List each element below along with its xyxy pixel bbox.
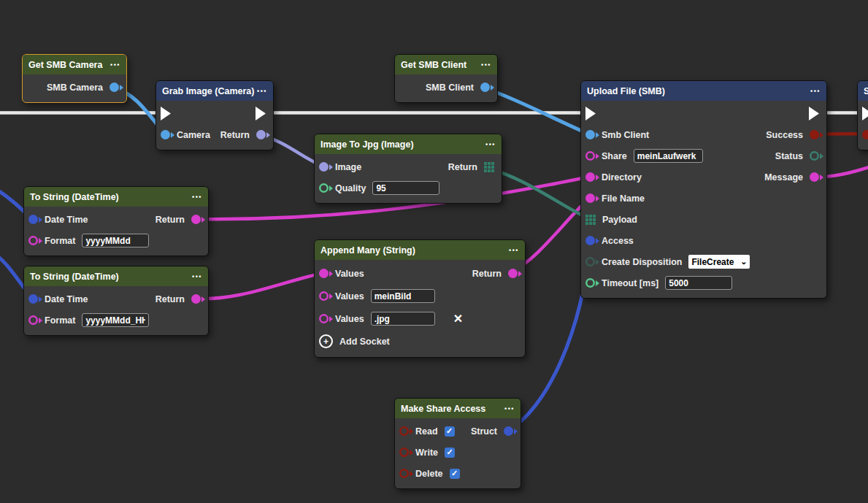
format-input-field[interactable] <box>82 234 149 247</box>
access-input-label: Access <box>602 236 634 246</box>
node-header[interactable]: To String (DateTime) ••• <box>24 187 208 207</box>
return-output-label: Return <box>220 130 250 140</box>
write-input-port[interactable] <box>399 448 409 457</box>
datetime-input-port[interactable] <box>28 215 38 224</box>
node-get-smb-camera[interactable]: Get SMB Camera ••• SMB Camera <box>22 54 127 103</box>
node-menu-icon[interactable]: ••• <box>192 193 202 201</box>
port-row: Quality <box>315 177 502 199</box>
values-input-port-1[interactable] <box>319 269 329 278</box>
node-image-to-jpg[interactable]: Image To Jpg (Image) ••• Image Return Qu… <box>314 134 502 204</box>
node-menu-icon[interactable]: ••• <box>485 141 496 148</box>
add-socket-row[interactable]: + Add Socket <box>315 330 525 353</box>
node-menu-icon[interactable]: ••• <box>810 88 821 95</box>
values-input-port-3[interactable] <box>319 314 329 323</box>
timeout-input-port[interactable] <box>585 278 595 288</box>
node-header[interactable]: Append Many (String) ••• <box>315 240 525 260</box>
node-header[interactable]: S <box>858 81 868 101</box>
delete-checkbox[interactable]: ✓ <box>450 469 460 479</box>
camera-input-port[interactable] <box>161 130 170 139</box>
delete-input-port[interactable] <box>399 469 409 478</box>
smb-client-input-port[interactable] <box>585 130 595 139</box>
smb-client-output-port[interactable] <box>480 82 490 92</box>
node-menu-icon[interactable]: ••• <box>509 247 519 254</box>
timeout-input-field[interactable] <box>665 276 732 290</box>
node-editor-canvas[interactable]: Get SMB Camera ••• SMB Camera Grab Image… <box>0 0 868 503</box>
exec-in-pin[interactable] <box>161 107 171 120</box>
read-input-label: Read <box>415 426 438 437</box>
payload-input-port[interactable] <box>585 215 596 225</box>
port-row: Format <box>24 310 208 331</box>
exec-out-pin[interactable] <box>256 107 266 120</box>
quality-input-port[interactable] <box>319 183 329 193</box>
node-header[interactable]: Get SMB Camera ••• <box>23 55 126 74</box>
create-disposition-select[interactable]: FileCreate ⌄ <box>688 255 750 269</box>
quality-input-field[interactable] <box>372 181 439 195</box>
node-to-string-2[interactable]: To String (DateTime) ••• Date Time Retur… <box>23 266 209 336</box>
node-append-many[interactable]: Append Many (String) ••• Values Return V… <box>314 239 526 358</box>
node-to-string-1[interactable]: To String (DateTime) ••• Date Time Retur… <box>23 186 209 256</box>
struct-output-port[interactable] <box>504 426 513 436</box>
share-input-port[interactable] <box>585 151 595 161</box>
return-output-port[interactable] <box>256 130 266 139</box>
return-output-port[interactable] <box>191 215 201 224</box>
node-get-smb-client[interactable]: Get SMB Client ••• SMB Client <box>394 54 498 103</box>
datetime-input-port[interactable] <box>28 294 38 304</box>
datetime-input-label: Date Time <box>45 215 88 225</box>
node-upload-file[interactable]: Upload File (SMB) ••• Smb Client Success… <box>580 80 827 299</box>
share-input-field[interactable] <box>634 149 703 163</box>
port-row: Read ✓ Struct <box>395 421 521 442</box>
smb-camera-output-port[interactable] <box>110 82 119 92</box>
create-disposition-input-port[interactable] <box>585 257 595 266</box>
return-output-label: Return <box>472 269 502 279</box>
node-header[interactable]: Upload File (SMB) ••• <box>581 81 826 101</box>
values-input-field-3[interactable] <box>371 312 435 326</box>
message-output-port[interactable] <box>810 172 819 182</box>
status-output-label: Status <box>775 151 803 161</box>
node-header[interactable]: Image To Jpg (Image) ••• <box>315 134 502 154</box>
return-output-port[interactable] <box>508 269 518 278</box>
node-header[interactable]: To String (DateTime) ••• <box>24 266 208 286</box>
node-header[interactable]: Get SMB Client ••• <box>395 55 497 74</box>
format-input-field[interactable] <box>82 313 149 327</box>
file-name-input-port[interactable] <box>585 193 595 203</box>
success-output-port[interactable] <box>810 130 819 139</box>
exec-out-pin[interactable] <box>809 107 819 120</box>
port-row: File Name <box>581 188 826 209</box>
node-menu-icon[interactable]: ••• <box>504 405 515 412</box>
exec-in-pin[interactable] <box>862 107 868 120</box>
remove-socket-icon[interactable]: ✕ <box>453 313 463 325</box>
node-menu-icon[interactable]: ••• <box>481 61 491 69</box>
access-input-port[interactable] <box>585 236 595 245</box>
delete-input-label: Delete <box>415 469 443 479</box>
write-checkbox[interactable]: ✓ <box>445 448 455 458</box>
directory-input-port[interactable] <box>585 172 595 182</box>
status-output-port[interactable] <box>810 151 819 161</box>
port-row: Date Time Return <box>24 209 208 230</box>
node-menu-icon[interactable]: ••• <box>110 61 120 69</box>
image-input-port[interactable] <box>319 162 329 172</box>
partial-input-port[interactable] <box>862 130 868 139</box>
return-bytearray-port[interactable] <box>484 162 494 172</box>
values-input-field-2[interactable] <box>371 289 435 303</box>
node-title: Append Many (String) <box>320 245 415 256</box>
port-row: Values <box>315 285 525 307</box>
read-input-port[interactable] <box>399 426 409 436</box>
format-input-port[interactable] <box>28 236 38 245</box>
return-output-port[interactable] <box>191 294 201 304</box>
format-input-port[interactable] <box>28 315 38 325</box>
struct-output-label: Struct <box>471 426 497 437</box>
add-socket-icon[interactable]: + <box>319 334 333 348</box>
read-checkbox[interactable]: ✓ <box>445 426 455 437</box>
node-header[interactable]: Make Share Access ••• <box>395 399 521 418</box>
node-make-share-access[interactable]: Make Share Access ••• Read ✓ Struct Writ… <box>394 398 521 489</box>
node-partial-right[interactable]: S <box>857 80 868 150</box>
node-menu-icon[interactable]: ••• <box>192 273 202 280</box>
values-input-port-2[interactable] <box>319 291 329 301</box>
port-row: Values Return <box>315 262 525 285</box>
node-menu-icon[interactable]: ••• <box>257 88 267 95</box>
port-row: Delete ✓ <box>395 463 521 484</box>
exec-in-pin[interactable] <box>585 107 596 120</box>
node-grab-image[interactable]: Grab Image (Camera) ••• Camera Return <box>155 80 274 150</box>
timeout-input-label: Timeout [ms] <box>602 278 658 288</box>
node-header[interactable]: Grab Image (Camera) ••• <box>156 81 273 101</box>
